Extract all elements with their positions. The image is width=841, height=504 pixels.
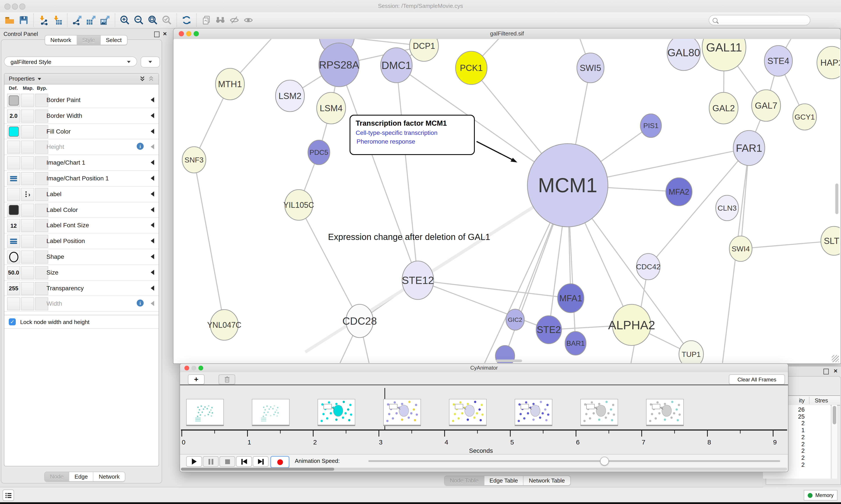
- style-selector[interactable]: galFiltered Style: [4, 56, 137, 67]
- property-row-image-chart-position-1[interactable]: Image/Chart Position 1: [4, 171, 159, 186]
- frame-thumbnail-5[interactable]: [515, 399, 552, 426]
- expand-property-icon[interactable]: [151, 254, 154, 259]
- expand-property-icon[interactable]: [151, 238, 154, 244]
- add-frame-button[interactable]: +: [188, 374, 204, 384]
- bypass-cell[interactable]: [35, 282, 48, 295]
- tab-node[interactable]: Node: [45, 472, 69, 481]
- node-snf3[interactable]: SNF3: [182, 147, 206, 173]
- bypass-cell[interactable]: [35, 219, 48, 232]
- node-far1[interactable]: FAR1: [733, 130, 765, 165]
- tab-network-table[interactable]: Network Table: [523, 476, 570, 485]
- zoom-window-icon[interactable]: [198, 365, 203, 370]
- tab-edge[interactable]: Edge: [69, 472, 93, 481]
- resize-grip[interactable]: [832, 355, 839, 362]
- property-row-border-width[interactable]: 2.0Border Width: [4, 108, 159, 124]
- property-row-label-position[interactable]: Label Position: [4, 233, 159, 249]
- node-pis1[interactable]: PIS1: [640, 114, 661, 138]
- expand-all-icon[interactable]: [139, 76, 145, 82]
- mapping-cell[interactable]: [21, 172, 34, 185]
- network-vertical-scrollbar[interactable]: [835, 183, 838, 214]
- default-value-cell[interactable]: [7, 298, 20, 311]
- zoom-selected-button[interactable]: [160, 14, 174, 27]
- frame-thumbnail-6[interactable]: [580, 399, 618, 426]
- property-row-label[interactable]: ›Label: [4, 186, 159, 202]
- import-network-button[interactable]: [36, 14, 50, 27]
- node-slt2[interactable]: SLT2: [821, 227, 840, 255]
- cyanimator-scrollbar-thumb[interactable]: [181, 468, 334, 471]
- tab-edge-table[interactable]: Edge Table: [484, 476, 523, 485]
- skip-to-end-button[interactable]: [253, 456, 269, 467]
- refresh-button[interactable]: [180, 14, 194, 27]
- float-panel-icon[interactable]: [154, 32, 159, 37]
- node-gcy1[interactable]: GCY1: [793, 104, 817, 130]
- skip-to-start-button[interactable]: [236, 456, 252, 467]
- properties-header[interactable]: Properties: [4, 74, 159, 85]
- lock-size-checkbox[interactable]: ✓: [9, 318, 16, 325]
- memory-button[interactable]: Memory: [804, 490, 838, 501]
- default-value-cell[interactable]: 12: [7, 219, 20, 232]
- property-row-image-chart-1[interactable]: Image/Chart 1: [4, 155, 159, 171]
- tab-network[interactable]: Network: [93, 472, 125, 481]
- node-lsm4[interactable]: LSM4: [317, 92, 345, 124]
- node-gal11[interactable]: GAL11: [702, 39, 746, 71]
- snapshot-button[interactable]: [199, 14, 213, 27]
- default-value-cell[interactable]: [7, 203, 20, 217]
- node-cln3[interactable]: CLN3: [716, 195, 738, 221]
- default-value-cell[interactable]: [7, 141, 20, 154]
- property-row-size[interactable]: 50.0Size: [4, 265, 159, 281]
- zoom-fit-button[interactable]: [146, 14, 160, 27]
- mapping-cell[interactable]: [21, 94, 34, 107]
- mapping-cell[interactable]: [21, 203, 34, 217]
- node-cdc42[interactable]: CDC42: [636, 254, 660, 280]
- node-gic2[interactable]: GIC2: [506, 309, 524, 330]
- speed-slider-knob[interactable]: [600, 456, 609, 465]
- mapping-cell[interactable]: [21, 109, 34, 123]
- export-table-button[interactable]: [84, 14, 98, 27]
- open-session-button[interactable]: [3, 14, 17, 27]
- expand-property-icon[interactable]: [151, 144, 154, 149]
- search-input[interactable]: [720, 17, 810, 24]
- default-value-cell[interactable]: 2.0: [7, 109, 20, 123]
- bypass-cell[interactable]: [35, 172, 48, 185]
- table-scrollbar[interactable]: [831, 405, 837, 479]
- property-row-label-color[interactable]: Label Color: [4, 202, 159, 218]
- delete-frame-button[interactable]: [219, 374, 235, 384]
- node-ste4[interactable]: STE4: [764, 46, 792, 76]
- collapse-all-icon[interactable]: [148, 76, 154, 82]
- property-row-border-paint[interactable]: Border Paint: [4, 92, 159, 108]
- node-swi4[interactable]: SWI4: [729, 236, 752, 262]
- find-button[interactable]: [213, 14, 227, 27]
- default-value-cell[interactable]: [7, 172, 20, 185]
- play-button[interactable]: [186, 456, 202, 467]
- expand-property-icon[interactable]: [151, 301, 154, 306]
- mapping-cell[interactable]: [21, 298, 34, 311]
- mapping-cell[interactable]: [21, 125, 34, 138]
- expand-property-icon[interactable]: [151, 128, 154, 134]
- expand-property-icon[interactable]: [151, 113, 154, 118]
- expand-property-icon[interactable]: [151, 223, 154, 228]
- node-mcm1[interactable]: MCM1: [527, 144, 608, 227]
- pause-button[interactable]: [203, 456, 219, 467]
- info-icon[interactable]: i: [137, 143, 144, 150]
- annotation-link[interactable]: Cell-type-specific transcription: [356, 129, 474, 137]
- network-canvas[interactable]: DCP1RPS28ADMC1PCK1SWI5GAL80GAL11STE4HAP2…: [174, 39, 840, 363]
- bypass-cell[interactable]: [35, 298, 48, 311]
- frame-thumbnail-2[interactable]: [318, 399, 355, 426]
- node-dmc1[interactable]: DMC1: [381, 48, 412, 83]
- zoom-window-icon[interactable]: [19, 3, 25, 10]
- close-panel-icon[interactable]: ×: [834, 367, 838, 374]
- property-row-width[interactable]: Widthi: [4, 296, 159, 312]
- expand-property-icon[interactable]: [151, 270, 154, 275]
- node-mfa1[interactable]: MFA1: [558, 284, 584, 313]
- float-panel-icon[interactable]: [823, 369, 829, 374]
- property-row-transparency[interactable]: 255Transparency: [4, 281, 159, 296]
- frame-thumbnail-0[interactable]: [186, 399, 224, 426]
- frame-thumbnail-4[interactable]: [449, 399, 487, 426]
- bypass-cell[interactable]: [35, 125, 48, 138]
- zoom-in-button[interactable]: [118, 14, 132, 27]
- property-row-label-font-size[interactable]: 12Label Font Size: [4, 218, 159, 234]
- node-gal80[interactable]: GAL80: [667, 39, 700, 71]
- node-gal7[interactable]: GAL7: [752, 90, 781, 121]
- table-scrollbar-thumb[interactable]: [833, 406, 836, 424]
- node-alpha2[interactable]: ALPHA2: [608, 304, 655, 345]
